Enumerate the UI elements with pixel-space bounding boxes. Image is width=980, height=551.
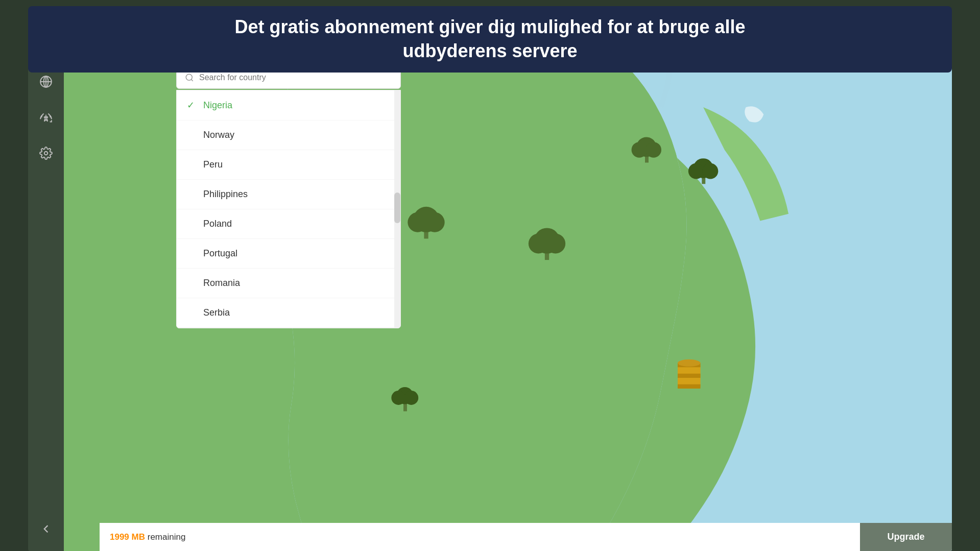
svg-rect-25 [678,374,701,378]
country-item[interactable]: ✓Nigeria [177,90,400,121]
country-name: Serbia [203,307,230,318]
svg-point-31 [404,391,418,405]
svg-point-21 [688,163,704,179]
country-name: Nigeria [203,100,232,111]
search-icon [185,73,194,82]
country-item[interactable]: Portugal [177,239,400,269]
remaining-label: remaining [148,532,186,542]
svg-point-22 [703,163,719,179]
app-container: ▲ ✓NigeriaNorwayPeruPhilippinesPolandPor… [28,61,952,551]
top-banner: Det gratis abonnement giver dig mulighed… [28,6,952,73]
country-item[interactable]: Poland [177,209,400,239]
country-item[interactable]: Norway [177,121,400,150]
svg-point-27 [678,360,701,367]
svg-point-18 [646,142,661,158]
search-input[interactable] [199,73,392,82]
svg-point-14 [545,234,565,254]
svg-point-5 [44,152,48,155]
svg-rect-26 [678,385,701,389]
svg-point-30 [391,391,405,405]
svg-point-9 [408,212,427,232]
bottom-bar: 1999 MB remaining Upgrade [100,523,952,551]
country-name: Peru [203,159,223,170]
country-item[interactable]: Romania [177,269,400,298]
scrollbar-thumb[interactable] [394,193,400,223]
settings-icon[interactable] [36,143,56,163]
check-icon: ✓ [187,100,197,111]
upgrade-button[interactable]: Upgrade [860,523,952,551]
svg-point-13 [529,234,548,254]
country-dropdown: ▲ ✓NigeriaNorwayPeruPhilippinesPolandPor… [176,66,401,328]
sidebar [28,61,64,551]
svg-point-10 [425,212,445,232]
remaining-status: 1999 MB remaining [100,523,860,551]
country-name: Poland [203,219,232,229]
svg-point-17 [632,142,648,158]
country-item[interactable]: Philippines [177,180,400,209]
signal-icon[interactable] [36,107,56,128]
banner-text: Det gratis abonnement giver dig mulighed… [49,15,931,63]
country-name: Romania [203,278,240,289]
scrollbar-track[interactable] [394,90,400,328]
country-name: Philippines [203,189,248,200]
country-item[interactable]: Peru [177,150,400,180]
remaining-mb: 1999 MB [110,532,145,542]
svg-point-34 [186,74,192,80]
country-name: Norway [203,130,234,140]
minimize-icon[interactable] [36,520,56,541]
svg-line-35 [191,79,193,81]
country-name: Portugal [203,248,237,259]
map-area: ▲ ✓NigeriaNorwayPeruPhilippinesPolandPor… [64,61,952,551]
country-list: ▲ ✓NigeriaNorwayPeruPhilippinesPolandPor… [176,90,401,328]
globe-icon[interactable] [36,71,56,92]
country-item[interactable]: Serbia [177,298,400,328]
